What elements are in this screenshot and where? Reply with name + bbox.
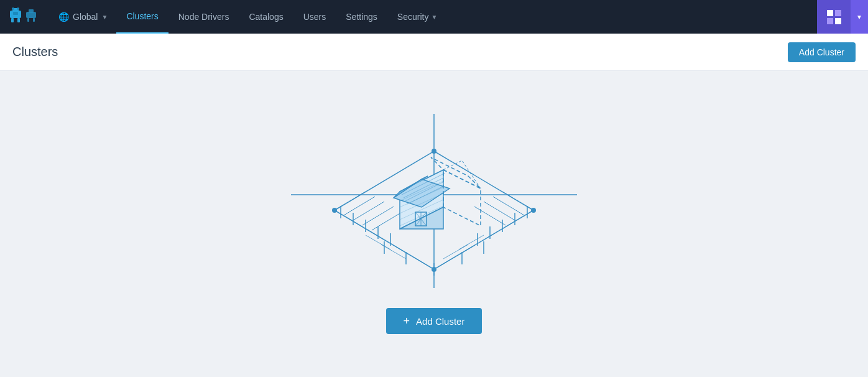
svg-line-25 [493,197,524,215]
svg-rect-6 [13,12,18,15]
svg-line-15 [344,197,375,215]
nav-item-catalogs[interactable]: Catalogs [239,0,293,34]
top-navigation: 🌐 Global ▼ Clusters Node Drivers Catalog… [0,0,868,34]
svg-line-34 [434,210,533,269]
nav-item-node-drivers[interactable]: Node Drivers [169,0,239,34]
svg-point-3 [17,7,19,10]
nav-right-section: ▼ [817,0,868,34]
globe-icon: 🌐 [58,12,69,22]
svg-line-36 [381,244,406,259]
user-menu-chevron[interactable]: ▼ [851,0,868,34]
svg-rect-5 [17,18,20,22]
svg-point-66 [432,149,436,154]
nav-item-security[interactable]: Security ▼ [387,0,447,34]
user-avatar-button[interactable] [817,0,851,34]
global-chevron-icon: ▼ [101,14,108,21]
global-label: Global [73,12,98,22]
svg-point-69 [432,267,436,272]
plus-icon: + [404,315,410,327]
svg-point-67 [332,208,337,213]
svg-line-27 [474,207,506,225]
avatar-grid-icon [827,10,841,24]
svg-marker-62 [443,170,481,226]
svg-point-68 [531,208,536,213]
security-chevron-icon: ▼ [431,14,437,21]
app-logo[interactable] [0,0,50,34]
add-cluster-header-button[interactable]: Add Cluster [788,42,856,62]
add-cluster-center-label: Add Cluster [416,316,464,327]
nav-item-settings[interactable]: Settings [336,0,387,34]
svg-line-26 [484,202,515,220]
svg-point-2 [12,7,14,10]
page-header: Clusters Add Cluster [0,34,868,71]
svg-line-18 [372,212,403,230]
svg-line-17 [362,207,394,225]
chevron-down-icon: ▼ [856,14,862,21]
add-cluster-center-button[interactable]: + Add Cluster [386,308,482,334]
empty-state: + Add Cluster [291,114,577,334]
nav-item-users[interactable]: Users [293,0,336,34]
svg-rect-8 [29,9,34,12]
svg-rect-7 [26,12,36,18]
svg-rect-10 [33,18,35,22]
svg-rect-4 [11,18,14,22]
empty-state-illustration [291,114,577,288]
svg-line-16 [353,202,384,220]
svg-rect-9 [27,18,29,22]
global-context-switcher[interactable]: 🌐 Global ▼ [50,0,116,34]
main-content: + Add Cluster [0,71,868,377]
page-title: Clusters [12,45,58,59]
nav-item-clusters[interactable]: Clusters [116,0,168,34]
nav-menu: Clusters Node Drivers Catalogs Users Set… [116,0,817,34]
